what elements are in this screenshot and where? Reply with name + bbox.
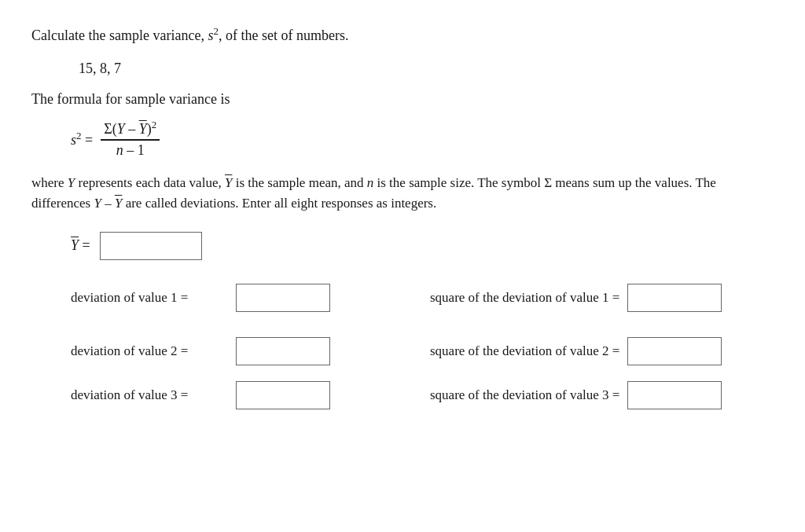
square-input-1[interactable] — [628, 284, 721, 311]
square-input-box-2[interactable] — [627, 337, 722, 365]
square-input-2[interactable] — [628, 338, 721, 365]
square-row-3: square of the deviation of value 3 = — [414, 381, 774, 409]
mean-row: Y = — [71, 232, 774, 260]
square-input-box-1[interactable] — [627, 284, 722, 312]
square-input-3[interactable] — [628, 382, 721, 409]
formula-block: s2 = Σ(Y – Y)2 n – 1 — [71, 119, 774, 159]
deviation-label-1: deviation of value 1 = — [71, 290, 228, 306]
square-label-1: square of the deviation of value 1 = — [430, 290, 619, 306]
deviation-row-1: deviation of value 1 = — [55, 284, 414, 312]
square-row-1: square of the deviation of value 1 = — [414, 284, 774, 312]
deviation-row-2: deviation of value 2 = — [55, 337, 414, 365]
square-input-box-3[interactable] — [627, 381, 722, 409]
formula-lhs: s2 = — [71, 130, 93, 149]
explanation-text: where Y represents each data value, Y is… — [31, 173, 774, 215]
question-intro: Calculate the sample variance, s2, of th… — [31, 24, 774, 46]
square-label-3: square of the deviation of value 3 = — [430, 387, 619, 403]
deviation-input-box-2[interactable] — [236, 337, 330, 365]
deviation-input-3[interactable] — [237, 382, 329, 409]
mean-input-box[interactable] — [100, 232, 202, 260]
numbers-display: 15, 8, 7 — [79, 61, 774, 77]
formula-numerator: Σ(Y – Y)2 — [101, 119, 160, 141]
square-row-2: square of the deviation of value 2 = — [414, 337, 774, 365]
deviation-input-box-3[interactable] — [236, 381, 330, 409]
formula-intro: The formula for sample variance is — [31, 91, 774, 108]
deviation-input-box-1[interactable] — [236, 284, 330, 312]
deviations-section: deviation of value 1 = square of the dev… — [55, 284, 774, 409]
square-label-2: square of the deviation of value 2 = — [430, 343, 619, 359]
formula-fraction: Σ(Y – Y)2 n – 1 — [101, 119, 160, 159]
deviation-row-3: deviation of value 3 = — [55, 381, 414, 409]
formula-denominator: n – 1 — [113, 141, 148, 159]
deviation-label-3: deviation of value 3 = — [71, 387, 228, 403]
deviation-label-2: deviation of value 2 = — [71, 343, 228, 359]
deviation-input-2[interactable] — [237, 338, 329, 365]
mean-label: Y = — [71, 237, 90, 254]
mean-input[interactable] — [101, 233, 201, 259]
deviation-input-1[interactable] — [237, 284, 329, 311]
